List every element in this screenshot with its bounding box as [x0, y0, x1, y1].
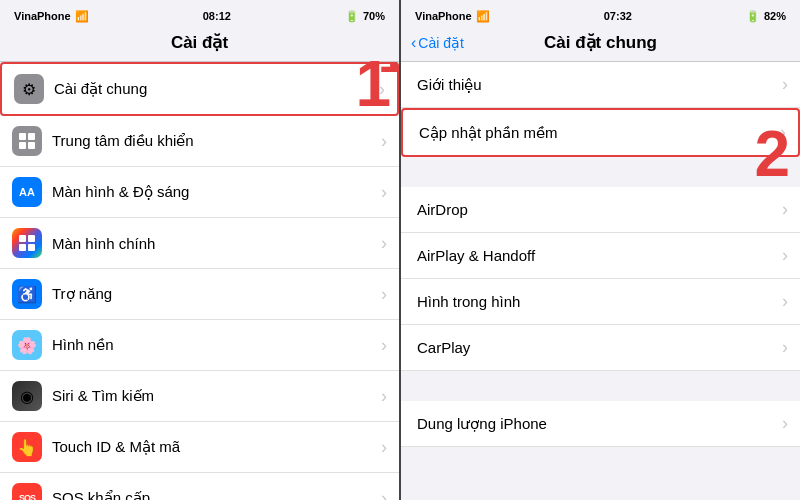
right-item-airplay[interactable]: AirPlay & Handoff — [401, 233, 800, 279]
right-wifi-icon: 📶 — [476, 10, 490, 23]
left-carrier: VinaPhone — [14, 10, 71, 22]
left-wifi-icon: 📶 — [75, 10, 89, 23]
right-label-dung-luong: Dung lượng iPhone — [417, 415, 782, 433]
left-icon-hinh-nen: 🌸 — [12, 330, 42, 360]
left-label-hinh-nen: Hình nền — [52, 336, 381, 354]
left-item-touch-id[interactable]: 👆 Touch ID & Mật mã — [0, 422, 399, 473]
left-chevron-touch-id — [381, 437, 387, 458]
left-item-tro-nang[interactable]: ♿ Trợ năng — [0, 269, 399, 320]
right-chevron-gioi-thieu — [782, 74, 788, 95]
right-label-cap-nhat: Cập nhật phần mềm — [419, 124, 780, 142]
left-item-cai-dat-chung[interactable]: ⚙ Cài đặt chung 1 — [0, 62, 399, 116]
left-chevron-tro-nang — [381, 284, 387, 305]
left-chevron-man-hinh-chinh — [381, 233, 387, 254]
left-chevron-cai-dat-chung — [379, 79, 385, 100]
left-label-man-hinh: Màn hình & Độ sáng — [52, 183, 381, 201]
left-icon-man-hinh: AA — [12, 177, 42, 207]
right-item-airdrop[interactable]: AirDrop — [401, 187, 800, 233]
svg-rect-2 — [19, 142, 26, 149]
left-nav-title: Cài đặt — [171, 33, 228, 52]
left-icon-trung-tam — [12, 126, 42, 156]
right-battery-pct: 82% — [764, 10, 786, 22]
svg-rect-1 — [28, 133, 35, 140]
left-status-right: 🔋 70% — [345, 10, 385, 23]
right-label-carplay: CarPlay — [417, 339, 782, 356]
left-item-trung-tam[interactable]: Trung tâm điều khiển — [0, 116, 399, 167]
svg-rect-6 — [19, 244, 26, 251]
back-button[interactable]: ‹ Cài đặt — [411, 34, 464, 52]
left-icon-sos: SOS — [12, 483, 42, 500]
back-chevron-icon: ‹ — [411, 34, 416, 52]
right-group-3: Dung lượng iPhone — [401, 401, 800, 447]
right-carrier: VinaPhone — [415, 10, 472, 22]
left-icon-tro-nang: ♿ — [12, 279, 42, 309]
right-group-2: AirDrop AirPlay & Handoff Hình trong hìn… — [401, 187, 800, 371]
right-chevron-carplay — [782, 337, 788, 358]
left-label-man-hinh-chinh: Màn hình chính — [52, 235, 381, 252]
right-divider-1 — [401, 157, 800, 187]
left-time: 08:12 — [203, 10, 231, 22]
right-status-left: VinaPhone 📶 — [415, 10, 490, 23]
right-label-airplay: AirPlay & Handoff — [417, 247, 782, 264]
left-chevron-hinh-nen — [381, 335, 387, 356]
left-item-hinh-nen[interactable]: 🌸 Hình nền — [0, 320, 399, 371]
right-nav-title: Cài đặt chung — [544, 32, 657, 53]
left-item-sos[interactable]: SOS SOS khẩn cấp — [0, 473, 399, 500]
right-chevron-airdrop — [782, 199, 788, 220]
left-chevron-man-hinh — [381, 182, 387, 203]
left-chevron-trung-tam — [381, 131, 387, 152]
left-icon-cai-dat-chung: ⚙ — [14, 74, 44, 104]
left-chevron-sos — [381, 488, 387, 501]
left-item-man-hinh-do-sang[interactable]: AA Màn hình & Độ sáng — [0, 167, 399, 218]
left-label-touch-id: Touch ID & Mật mã — [52, 438, 381, 456]
right-item-dung-luong[interactable]: Dung lượng iPhone — [401, 401, 800, 447]
right-chevron-hinh-trong-hinh — [782, 291, 788, 312]
left-label-siri: Siri & Tìm kiếm — [52, 387, 381, 405]
svg-rect-5 — [28, 235, 35, 242]
right-group-1: Giới thiệu Cập nhật phần mềm — [401, 62, 800, 157]
right-chevron-dung-luong — [782, 413, 788, 434]
right-item-carplay[interactable]: CarPlay — [401, 325, 800, 371]
left-phone-screen: VinaPhone 📶 08:12 🔋 70% Cài đặt ⚙ Cài đặ… — [0, 0, 399, 500]
right-chevron-cap-nhat — [780, 122, 786, 143]
left-label-cai-dat-chung: Cài đặt chung — [54, 80, 379, 98]
right-battery-icon: 🔋 — [746, 10, 760, 23]
left-item-siri[interactable]: ◉ Siri & Tìm kiếm — [0, 371, 399, 422]
right-chevron-airplay — [782, 245, 788, 266]
right-status-right: 🔋 82% — [746, 10, 786, 23]
right-label-gioi-thieu: Giới thiệu — [417, 76, 782, 94]
right-divider-2 — [401, 371, 800, 401]
left-label-sos: SOS khẩn cấp — [52, 489, 381, 500]
left-label-trung-tam: Trung tâm điều khiển — [52, 132, 381, 150]
svg-rect-4 — [19, 235, 26, 242]
back-label: Cài đặt — [418, 35, 464, 51]
left-nav-bar: Cài đặt — [0, 28, 399, 62]
right-nav-bar: ‹ Cài đặt Cài đặt chung — [401, 28, 800, 62]
right-item-cap-nhat[interactable]: Cập nhật phần mềm — [401, 108, 800, 157]
left-icon-touch-id: 👆 — [12, 432, 42, 462]
right-time: 07:32 — [604, 10, 632, 22]
left-label-tro-nang: Trợ năng — [52, 285, 381, 303]
left-status-bar: VinaPhone 📶 08:12 🔋 70% — [0, 0, 399, 28]
left-battery-icon: 🔋 — [345, 10, 359, 23]
svg-rect-0 — [19, 133, 26, 140]
right-label-airdrop: AirDrop — [417, 201, 782, 218]
left-battery-pct: 70% — [363, 10, 385, 22]
left-status-left: VinaPhone 📶 — [14, 10, 89, 23]
svg-rect-3 — [28, 142, 35, 149]
right-label-hinh-trong-hinh: Hình trong hình — [417, 293, 782, 310]
step-1-badge: 1 — [378, 62, 399, 80]
left-settings-list[interactable]: ⚙ Cài đặt chung 1 Trung tâm điều khiển A… — [0, 62, 399, 500]
right-item-hinh-trong-hinh[interactable]: Hình trong hình — [401, 279, 800, 325]
svg-rect-7 — [28, 244, 35, 251]
left-chevron-siri — [381, 386, 387, 407]
left-item-man-hinh-chinh[interactable]: Màn hình chính — [0, 218, 399, 269]
right-item-gioi-thieu[interactable]: Giới thiệu — [401, 62, 800, 108]
right-phone-screen: VinaPhone 📶 07:32 🔋 82% ‹ Cài đặt Cài đặ… — [401, 0, 800, 500]
right-settings-list[interactable]: Giới thiệu Cập nhật phần mềm AirDrop Air… — [401, 62, 800, 500]
left-icon-man-hinh-chinh — [12, 228, 42, 258]
left-icon-siri: ◉ — [12, 381, 42, 411]
right-status-bar: VinaPhone 📶 07:32 🔋 82% — [401, 0, 800, 28]
